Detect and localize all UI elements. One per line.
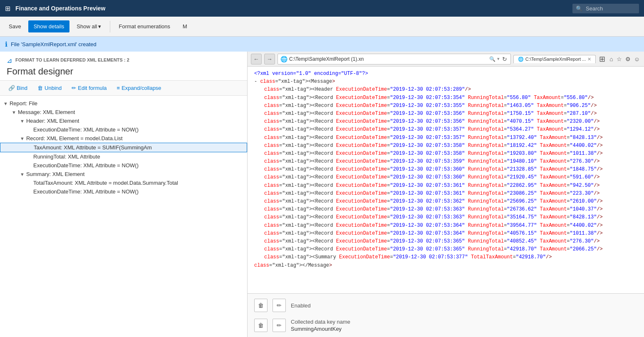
show-all-button[interactable]: Show all ▾ bbox=[71, 20, 106, 32]
bind-button[interactable]: 🔗 Bind bbox=[5, 83, 31, 93]
xml-declaration: <?xml version="1.0" encoding="UTF-8"?> bbox=[254, 70, 637, 78]
xml-line: class="xml-tag"><Record ExecutionDateTim… bbox=[254, 134, 637, 142]
info-icon: ℹ bbox=[5, 40, 7, 48]
xml-line: class="xml-tag"><Record ExecutionDateTim… bbox=[254, 222, 637, 230]
address-bar-1[interactable]: 🌐 C:\Temp\SampleXmlReport (1).xn 🔍 ▾ ↻ bbox=[277, 54, 511, 64]
settings-button[interactable]: ⚙ bbox=[624, 55, 632, 63]
tree-item-label: ExecutionDateTime: XML Attribute = NOW() bbox=[33, 126, 139, 133]
xml-line: class="xml-tag"><Record ExecutionDateTim… bbox=[254, 166, 637, 173]
xml-line: class="xml-tag"></Message> bbox=[254, 262, 637, 270]
search-input[interactable] bbox=[572, 4, 639, 13]
xml-line: class="xml-tag"><Record ExecutionDateTim… bbox=[254, 158, 637, 166]
title-bar: ⊞ Finance and Operations Preview 🔍 bbox=[0, 0, 644, 17]
search-icon: 🔍 bbox=[576, 5, 582, 12]
xml-line: class="xml-tag"><Record ExecutionDateTim… bbox=[254, 126, 637, 134]
expand-icon: ≡ bbox=[117, 85, 120, 91]
tree-item[interactable]: ▼ Header: XML Element bbox=[0, 116, 247, 125]
designer-title: Format designer bbox=[7, 66, 240, 77]
notification-message: File 'SampleXmlReport.xml' created bbox=[11, 41, 97, 47]
close-tab-icon[interactable]: ✕ bbox=[587, 57, 591, 62]
more-button[interactable]: M bbox=[177, 20, 193, 32]
bind-icon: 🔗 bbox=[8, 85, 15, 91]
xml-line: class="xml-tag"><Record ExecutionDateTim… bbox=[254, 150, 637, 158]
search-wrapper: 🔍 bbox=[572, 4, 639, 13]
browser-bar: ← → 🌐 C:\Temp\SampleXmlReport (1).xn 🔍 ▾… bbox=[248, 52, 644, 67]
formula-icon: ✏ bbox=[72, 85, 76, 91]
chevron-down-icon: ▾ bbox=[98, 23, 101, 30]
back-button[interactable]: ← bbox=[251, 54, 262, 64]
unbind-icon: 🗑 bbox=[37, 85, 43, 91]
xml-line: class="xml-tag"><Record ExecutionDateTim… bbox=[254, 198, 637, 206]
grid-icon[interactable]: ⊞ bbox=[5, 5, 10, 12]
tree-item[interactable]: ExecutionDateTime: XML Attribute = NOW() bbox=[0, 125, 247, 134]
profile-button[interactable]: ☺ bbox=[633, 55, 641, 63]
tree-item[interactable]: ExecutionDateTime: XML Attribute = NOW() bbox=[0, 161, 247, 170]
xml-line: class="xml-tag"><Record ExecutionDateTim… bbox=[254, 213, 637, 221]
show-details-button[interactable]: Show details bbox=[28, 20, 70, 32]
forward-button[interactable]: → bbox=[264, 54, 275, 64]
favorites-button[interactable]: ☆ bbox=[616, 55, 623, 63]
home-button[interactable]: ⌂ bbox=[609, 55, 614, 63]
key-property-label: Collected data key name bbox=[291, 319, 350, 325]
address-search-icon: 🔍 bbox=[489, 56, 495, 62]
xml-line: class="xml-tag"><Record ExecutionDateTim… bbox=[254, 102, 637, 110]
tree-arrow-icon: ▼ bbox=[20, 119, 25, 124]
tab-address: C:\Temp\SampleXmlReport ... bbox=[525, 57, 586, 62]
xml-line: class="xml-tag"><Summary ExecutionDateTi… bbox=[254, 253, 637, 261]
enabled-edit-button[interactable]: ✏ bbox=[272, 299, 286, 312]
tree-item[interactable]: ExecutionDateTime: XML Attribute = NOW() bbox=[0, 187, 247, 196]
new-tab-button[interactable]: ⊞ bbox=[598, 54, 606, 64]
format-label: FORMAT TO LEARN DEFERRED XML ELEMENTS : … bbox=[15, 57, 129, 62]
tree-item-label: Summary: XML Element bbox=[26, 171, 84, 177]
xml-line: class="xml-tag"><Record ExecutionDateTim… bbox=[254, 230, 637, 238]
filter-icon[interactable]: ⊿ bbox=[7, 57, 12, 64]
tree-item-label: RunningTotal: XML Attribute bbox=[33, 154, 100, 160]
tree-item[interactable]: ▼ Summary: XML Element bbox=[0, 170, 247, 178]
edit-formula-button[interactable]: ✏ Edit formula bbox=[68, 83, 110, 93]
unbind-button[interactable]: 🗑 Unbind bbox=[34, 83, 65, 93]
browser-tab[interactable]: 🌐 C:\Temp\SampleXmlReport ... ✕ bbox=[513, 55, 596, 63]
tree-item-label: TotalTaxAmount: XML Attribute = model.Da… bbox=[33, 180, 178, 186]
tree-item-label: ExecutionDateTime: XML Attribute = NOW() bbox=[33, 162, 139, 168]
tree-arrow-icon: ▼ bbox=[3, 101, 8, 106]
enabled-label: Enabled bbox=[291, 302, 311, 309]
xml-line: class="xml-tag"><Record ExecutionDateTim… bbox=[254, 245, 637, 253]
xml-line: class="xml-tag"><Record ExecutionDateTim… bbox=[254, 190, 637, 198]
toolbar-separator bbox=[110, 21, 110, 32]
xml-line: class="xml-tag"><Header ExecutionDateTim… bbox=[254, 86, 637, 94]
key-delete-button[interactable]: 🗑 bbox=[254, 319, 268, 332]
tree-item[interactable]: ▼ Message: XML Element bbox=[0, 108, 247, 116]
bind-label: Bind bbox=[17, 85, 27, 91]
notification-bar: ℹ File 'SampleXmlReport.xml' created bbox=[0, 37, 644, 52]
tree-arrow-icon: ▼ bbox=[20, 136, 25, 141]
xml-line: class="xml-tag"><Record ExecutionDateTim… bbox=[254, 238, 637, 245]
tree-arrow-icon: ▼ bbox=[12, 110, 16, 115]
actions-bar: 🔗 Bind 🗑 Unbind ✏ Edit formula ≡ Expand/… bbox=[0, 81, 247, 96]
xml-line: class="xml-tag"><Record ExecutionDateTim… bbox=[254, 173, 637, 181]
tree-item-label: Report: File bbox=[10, 100, 37, 107]
tree-arrow-icon: ▼ bbox=[20, 172, 25, 177]
right-panel: ← → 🌐 C:\Temp\SampleXmlReport (1).xn 🔍 ▾… bbox=[248, 52, 644, 337]
enabled-delete-button[interactable]: 🗑 bbox=[254, 299, 268, 312]
key-property-row: 🗑 ✏ Collected data key name SummingAmoun… bbox=[254, 319, 637, 332]
expand-collapse-button[interactable]: ≡ Expand/collapse bbox=[114, 83, 165, 93]
unbind-label: Unbind bbox=[45, 85, 62, 91]
toolbar: Save Show details Show all ▾ Format enum… bbox=[0, 17, 644, 37]
show-all-label: Show all bbox=[77, 23, 97, 30]
address-dropdown-icon[interactable]: ▾ bbox=[497, 56, 500, 62]
globe-icon: 🌐 bbox=[280, 56, 287, 62]
tree-item[interactable]: TotalTaxAmount: XML Attribute = model.Da… bbox=[0, 178, 247, 187]
save-button[interactable]: Save bbox=[3, 20, 27, 32]
tree-item-label: ExecutionDateTime: XML Attribute = NOW() bbox=[33, 188, 139, 195]
key-edit-button[interactable]: ✏ bbox=[272, 319, 286, 332]
xml-content: <?xml version="1.0" encoding="UTF-8"?>- … bbox=[248, 67, 644, 293]
main-area: ⊿ FORMAT TO LEARN DEFERRED XML ELEMENTS … bbox=[0, 52, 644, 337]
tree-item[interactable]: RunningTotal: XML Attribute bbox=[0, 152, 247, 161]
tree-item[interactable]: ▼ Report: File bbox=[0, 99, 247, 108]
refresh-button[interactable]: ↻ bbox=[501, 55, 508, 63]
tree-item[interactable]: TaxAmount: XML Attribute = SUMIF(Summing… bbox=[0, 143, 247, 152]
app-title: Finance and Operations Preview bbox=[15, 5, 567, 12]
tree-item[interactable]: ▼ Record: XML Element = model.Data.List bbox=[0, 134, 247, 143]
format-enumerations-button[interactable]: Format enumerations bbox=[114, 20, 176, 32]
edit-formula-label: Edit formula bbox=[78, 85, 107, 91]
